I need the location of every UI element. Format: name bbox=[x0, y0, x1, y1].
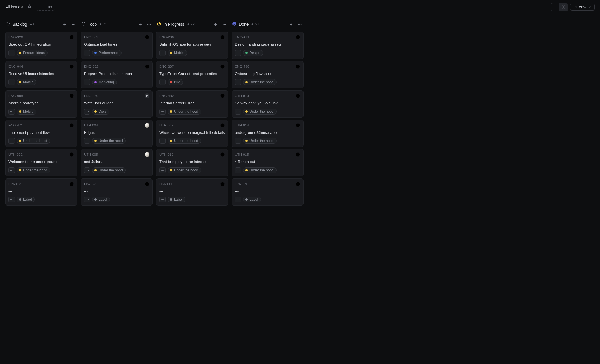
issue-card[interactable]: LIN-923 --- Label bbox=[81, 178, 153, 206]
label-chip[interactable]: Label bbox=[243, 197, 261, 202]
label-chip[interactable]: Feature Ideas bbox=[17, 50, 48, 56]
label-chip[interactable]: Label bbox=[168, 197, 185, 202]
assignee-avatar[interactable] bbox=[145, 123, 149, 128]
assignee-unassigned[interactable] bbox=[220, 64, 225, 69]
label-chip[interactable]: Under the hood bbox=[243, 109, 277, 115]
column-more-button[interactable] bbox=[146, 21, 152, 27]
card-more-button[interactable] bbox=[235, 197, 241, 202]
issue-card[interactable]: UTH-014 underground@linear.app Under the… bbox=[232, 120, 304, 147]
assignee-unassigned[interactable] bbox=[220, 182, 225, 186]
assignee-unassigned[interactable] bbox=[220, 93, 225, 98]
card-more-button[interactable] bbox=[8, 138, 15, 144]
issue-card[interactable]: UTH-004 Edgar, Under the hood bbox=[81, 120, 153, 147]
assignee-unassigned[interactable] bbox=[296, 123, 300, 128]
card-more-button[interactable] bbox=[84, 50, 90, 56]
filter-button[interactable]: Filter bbox=[37, 4, 55, 11]
card-more-button[interactable] bbox=[159, 50, 166, 56]
card-more-button[interactable] bbox=[235, 79, 241, 85]
column-more-button[interactable] bbox=[221, 21, 227, 27]
label-chip[interactable]: Label bbox=[17, 197, 35, 202]
assignee-unassigned[interactable] bbox=[69, 93, 74, 98]
assignee-unassigned[interactable] bbox=[296, 152, 300, 157]
assignee-unassigned[interactable] bbox=[220, 35, 225, 39]
list-view-button[interactable] bbox=[551, 3, 559, 11]
board-view-button[interactable] bbox=[559, 3, 568, 11]
assignee-unassigned[interactable] bbox=[296, 64, 300, 69]
assignee-unassigned[interactable] bbox=[145, 182, 149, 186]
card-more-button[interactable] bbox=[235, 50, 241, 56]
assignee-unassigned[interactable] bbox=[69, 152, 74, 157]
assignee-unassigned[interactable] bbox=[296, 93, 300, 98]
label-chip[interactable]: Mobile bbox=[17, 109, 36, 115]
card-more-button[interactable] bbox=[8, 109, 15, 115]
label-chip[interactable]: Under the hood bbox=[92, 167, 126, 173]
assignee-unassigned[interactable] bbox=[296, 182, 300, 186]
label-chip[interactable]: Docs bbox=[92, 109, 109, 115]
card-more-button[interactable] bbox=[159, 167, 166, 173]
card-more-button[interactable] bbox=[159, 197, 166, 202]
label-chip[interactable]: Under the hood bbox=[17, 167, 50, 173]
label-chip[interactable]: Mobile bbox=[168, 50, 187, 56]
column-add-button[interactable] bbox=[212, 21, 219, 27]
label-chip[interactable]: Under the hood bbox=[243, 138, 277, 144]
issue-card[interactable]: ENG-471 Implement payment flow Under the… bbox=[5, 120, 77, 147]
card-more-button[interactable] bbox=[159, 109, 166, 115]
card-more-button[interactable] bbox=[8, 167, 15, 173]
assignee-unassigned[interactable] bbox=[145, 64, 149, 69]
issue-card[interactable]: ENG-944 Resolve UI inconsistencies Mobil… bbox=[5, 61, 77, 89]
issue-card[interactable]: UTH-015 ↑ Reach out Under the hood bbox=[232, 149, 304, 176]
assignee-avatar[interactable]: P bbox=[145, 93, 149, 98]
issue-card[interactable]: ENG-049 P Write user guides Docs bbox=[81, 90, 153, 118]
card-more-button[interactable] bbox=[159, 79, 166, 85]
card-more-button[interactable] bbox=[235, 109, 241, 115]
card-more-button[interactable] bbox=[8, 50, 15, 56]
label-chip[interactable]: Under the hood bbox=[17, 138, 50, 144]
card-more-button[interactable] bbox=[8, 197, 15, 202]
view-options-button[interactable]: View bbox=[570, 4, 595, 11]
label-chip[interactable]: Under the hood bbox=[168, 109, 201, 115]
issue-card[interactable]: ENG-206 Submit iOS app for app review Mo… bbox=[156, 32, 228, 59]
issue-card[interactable]: ENG-992 Prepare ProductHunt launch Marke… bbox=[81, 61, 153, 89]
assignee-unassigned[interactable] bbox=[69, 182, 74, 186]
issue-card[interactable]: ENG-499 Onboarding flow issues Under the… bbox=[232, 61, 304, 89]
issue-card[interactable]: ENG-411 Design landing page assets Desig… bbox=[232, 32, 304, 59]
column-add-button[interactable] bbox=[288, 21, 294, 27]
assignee-unassigned[interactable] bbox=[296, 35, 300, 39]
issue-card[interactable]: ENG-988 Android prototype Mobile bbox=[5, 90, 77, 118]
label-chip[interactable]: Performance bbox=[92, 50, 122, 56]
column-add-button[interactable] bbox=[61, 21, 68, 27]
label-chip[interactable]: Label bbox=[92, 197, 110, 202]
assignee-unassigned[interactable] bbox=[69, 64, 74, 69]
card-more-button[interactable] bbox=[235, 167, 241, 173]
card-more-button[interactable] bbox=[84, 167, 90, 173]
card-more-button[interactable] bbox=[84, 79, 90, 85]
label-chip[interactable]: Mobile bbox=[17, 79, 36, 85]
card-more-button[interactable] bbox=[235, 138, 241, 144]
card-more-button[interactable] bbox=[84, 109, 90, 115]
assignee-unassigned[interactable] bbox=[145, 35, 149, 39]
label-chip[interactable]: Under the hood bbox=[243, 79, 277, 85]
assignee-unassigned[interactable] bbox=[69, 123, 74, 128]
assignee-unassigned[interactable] bbox=[220, 123, 225, 128]
issue-card[interactable]: ENG-926 Spec out GPT integration Feature… bbox=[5, 32, 77, 59]
label-chip[interactable]: Design bbox=[243, 50, 263, 56]
issue-card[interactable]: LIN-909 --- Label bbox=[156, 178, 228, 206]
assignee-avatar[interactable] bbox=[145, 152, 149, 157]
issue-card[interactable]: UTH-013 So why don't you join us? Under … bbox=[232, 90, 304, 118]
issue-card[interactable]: LIN-919 --- Label bbox=[232, 178, 304, 206]
issue-card[interactable]: LIN-912 --- Label bbox=[5, 178, 77, 206]
label-chip[interactable]: Bug bbox=[168, 79, 183, 85]
label-chip[interactable]: Under the hood bbox=[168, 167, 201, 173]
column-more-button[interactable] bbox=[296, 21, 303, 27]
issue-card[interactable]: ENG-902 Optimize load times Performance bbox=[81, 32, 153, 59]
issue-card[interactable]: ENG-482 Internal Server Error Under the … bbox=[156, 90, 228, 118]
card-more-button[interactable] bbox=[84, 197, 90, 202]
label-chip[interactable]: Marketing bbox=[92, 79, 117, 85]
label-chip[interactable]: Under the hood bbox=[243, 167, 277, 173]
column-more-button[interactable] bbox=[70, 21, 77, 27]
card-more-button[interactable] bbox=[159, 138, 166, 144]
assignee-unassigned[interactable] bbox=[220, 152, 225, 157]
issue-card[interactable]: UTH-002 Welcome to the underground Under… bbox=[5, 149, 77, 176]
favorite-button[interactable] bbox=[27, 4, 32, 10]
assignee-unassigned[interactable] bbox=[69, 35, 74, 39]
